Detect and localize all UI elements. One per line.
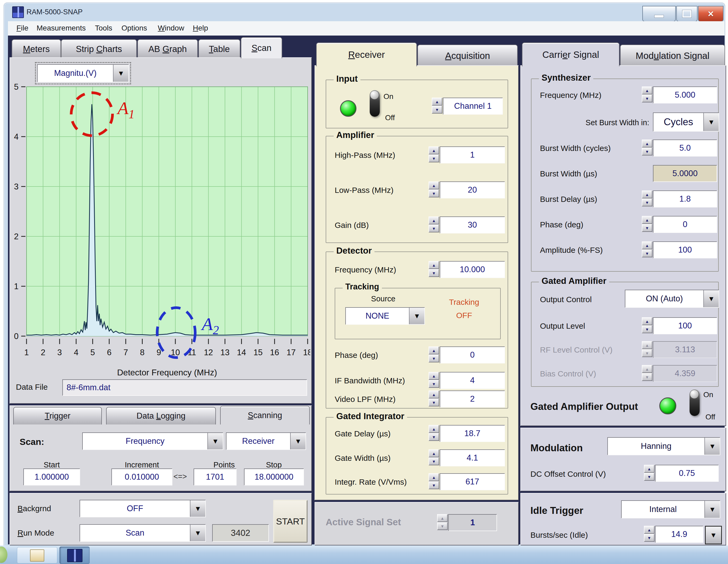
- spin-down-icon[interactable]: ▼: [642, 224, 652, 232]
- high-pass-spinner[interactable]: ▲ ▼: [429, 146, 439, 162]
- idle-trigger-dropdown[interactable]: Internal ▼: [621, 500, 720, 518]
- scan-stop-field[interactable]: 18.000000: [244, 468, 304, 485]
- output-control-dropdown[interactable]: ON (Auto) ▼: [625, 290, 719, 308]
- minimize-button[interactable]: [642, 6, 676, 22]
- spin-down-icon[interactable]: ▼: [642, 94, 652, 102]
- spin-down-icon[interactable]: ▼: [429, 433, 439, 441]
- synth-phase-spinner[interactable]: ▲ ▼: [642, 216, 652, 232]
- scan-type-dropdown[interactable]: Frequency ▼: [82, 432, 223, 450]
- dc-offset-spinner[interactable]: ▲ ▼: [644, 465, 655, 481]
- gate-width-field[interactable]: 4.1: [440, 449, 505, 466]
- tab-scan[interactable]: Scan: [241, 37, 282, 58]
- spin-down-icon[interactable]: ▼: [429, 398, 439, 406]
- integr-rate-field[interactable]: 617: [440, 473, 505, 490]
- if-bandwidth-field[interactable]: 4: [440, 372, 505, 389]
- maximize-button[interactable]: [676, 6, 698, 22]
- spin-down-icon[interactable]: ▼: [644, 473, 655, 481]
- tab-meters[interactable]: Meters: [12, 39, 61, 58]
- burst-width-in-dropdown[interactable]: Cycles ▼: [653, 112, 719, 132]
- spin-up-icon[interactable]: ▲: [429, 425, 439, 433]
- tab-table[interactable]: Table: [198, 39, 240, 58]
- taskbar-item-2-active[interactable]: [59, 546, 90, 564]
- spin-down-icon[interactable]: ▼: [429, 269, 439, 277]
- spin-up-icon[interactable]: ▲: [429, 181, 439, 189]
- spin-down-icon[interactable]: ▼: [429, 481, 439, 489]
- active-signal-set-spinner[interactable]: ▲ ▼: [437, 514, 448, 530]
- data-file-field[interactable]: 8#-6mm.dat: [62, 379, 307, 396]
- spin-up-icon[interactable]: ▲: [429, 146, 439, 154]
- spin-up-icon[interactable]: ▲: [437, 514, 448, 522]
- spin-up-icon[interactable]: ▲: [644, 465, 655, 473]
- tab-carrier-signal[interactable]: Carrier Signal: [522, 42, 620, 66]
- menu-tools[interactable]: Tools: [93, 23, 114, 33]
- channel-field[interactable]: Channel 1: [443, 98, 503, 115]
- active-signal-set-field[interactable]: 1: [448, 514, 497, 531]
- chevron-down-icon[interactable]: ▼: [704, 438, 720, 455]
- spin-down-icon[interactable]: ▼: [429, 224, 439, 232]
- spin-up-icon[interactable]: ▲: [642, 190, 652, 198]
- tab-scanning[interactable]: Scanning: [220, 406, 310, 424]
- chevron-down-icon[interactable]: ▼: [190, 500, 205, 517]
- close-button[interactable]: ✕: [698, 6, 723, 22]
- video-lpf-field[interactable]: 2: [440, 391, 505, 407]
- detector-frequency-field[interactable]: 10.000: [440, 261, 505, 278]
- output-level-field[interactable]: 100: [653, 317, 717, 334]
- tab-modulation-signal[interactable]: Modulation Signal: [620, 45, 725, 66]
- backgrnd-dropdown[interactable]: OFF ▼: [80, 500, 206, 517]
- menu-file[interactable]: File: [15, 23, 30, 33]
- spin-up-icon[interactable]: ▲: [432, 98, 442, 106]
- spin-up-icon[interactable]: ▲: [642, 317, 652, 325]
- spin-up-icon[interactable]: ▲: [429, 372, 439, 380]
- chevron-down-icon[interactable]: ▼: [113, 65, 128, 82]
- gain-spinner[interactable]: ▲ ▼: [429, 216, 439, 232]
- spin-up-icon[interactable]: ▲: [429, 449, 439, 457]
- chevron-down-icon[interactable]: ▼: [190, 525, 205, 541]
- scan-points-field[interactable]: 1701: [194, 468, 237, 485]
- burst-cycles-spinner[interactable]: ▲ ▼: [642, 140, 652, 155]
- if-bandwidth-spinner[interactable]: ▲ ▼: [429, 372, 439, 388]
- tab-trigger[interactable]: Trigger: [13, 407, 102, 424]
- synth-phase-field[interactable]: 0: [653, 216, 717, 233]
- start-button[interactable]: START: [273, 500, 308, 543]
- synth-frequency-field[interactable]: 5.000: [653, 86, 717, 103]
- spin-up-icon[interactable]: ▲: [429, 346, 439, 354]
- bursts-spinner[interactable]: ▲ ▼: [644, 526, 655, 542]
- menu-options[interactable]: Options: [120, 23, 149, 33]
- high-pass-field[interactable]: 1: [440, 146, 505, 163]
- amplitude-spinner[interactable]: ▲ ▼: [642, 241, 652, 257]
- burst-delay-field[interactable]: 1.8: [653, 190, 717, 207]
- spin-down-icon[interactable]: ▼: [644, 534, 655, 542]
- spin-up-icon[interactable]: ▲: [429, 473, 439, 481]
- gate-delay-spinner[interactable]: ▲ ▼: [429, 425, 439, 441]
- integr-rate-spinner[interactable]: ▲ ▼: [429, 473, 439, 489]
- dc-offset-field[interactable]: 0.75: [655, 465, 719, 482]
- menu-measurements[interactable]: Measurements: [35, 23, 87, 33]
- spin-up-icon[interactable]: ▲: [429, 391, 439, 398]
- gated-amp-output-toggle[interactable]: [690, 389, 700, 416]
- gate-delay-field[interactable]: 18.7: [440, 425, 505, 442]
- bursts-dropdown-button[interactable]: ▼: [705, 526, 722, 544]
- spin-up-icon[interactable]: ▲: [429, 261, 439, 269]
- tab-acquisition[interactable]: Acquisition: [417, 45, 518, 66]
- gain-field[interactable]: 30: [440, 216, 505, 233]
- menu-window[interactable]: Window: [156, 23, 186, 33]
- tab-data-logging[interactable]: Data Logging: [106, 407, 216, 424]
- chevron-down-icon[interactable]: ▼: [703, 113, 719, 131]
- chevron-down-icon[interactable]: ▼: [409, 308, 424, 324]
- low-pass-field[interactable]: 20: [440, 181, 505, 198]
- spin-down-icon[interactable]: ▼: [429, 380, 439, 388]
- tab-receiver[interactable]: Receiver: [316, 42, 417, 66]
- channel-spinner[interactable]: ▲ ▼: [432, 98, 442, 114]
- video-lpf-spinner[interactable]: ▲ ▼: [429, 391, 439, 406]
- tab-strip-charts[interactable]: Strip Charts: [61, 39, 137, 58]
- spin-down-icon[interactable]: ▼: [429, 154, 439, 162]
- spin-down-icon[interactable]: ▼: [429, 354, 439, 362]
- modulation-dropdown[interactable]: Hanning ▼: [607, 437, 720, 455]
- spin-up-icon[interactable]: ▲: [644, 526, 655, 534]
- detector-phase-spinner[interactable]: ▲ ▼: [429, 346, 439, 362]
- spin-down-icon[interactable]: ▼: [432, 106, 442, 114]
- gate-width-spinner[interactable]: ▲ ▼: [429, 449, 439, 465]
- spin-down-icon[interactable]: ▼: [642, 147, 652, 155]
- input-toggle[interactable]: [370, 90, 380, 117]
- scan-channel-dropdown[interactable]: Receiver ▼: [226, 432, 306, 450]
